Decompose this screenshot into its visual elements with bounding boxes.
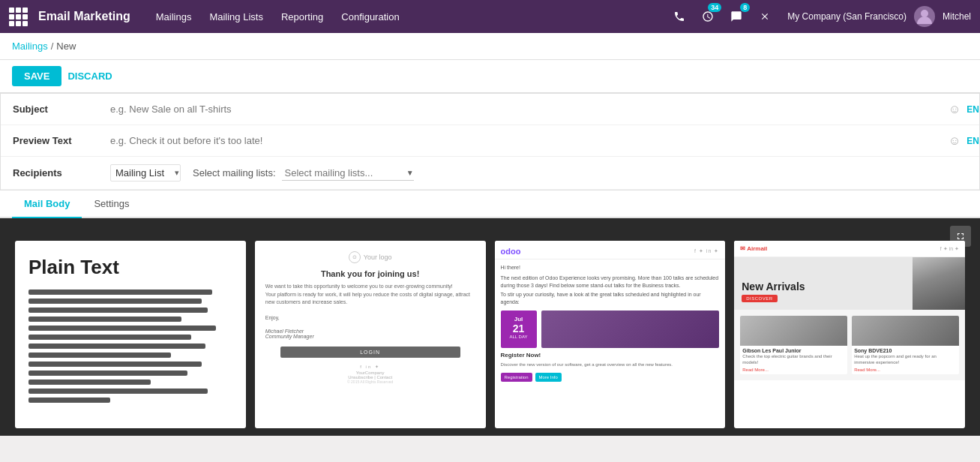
airmail-product-1-desc: Check the top electric guitar brands and… [742, 354, 845, 366]
mailing-lists-select-wrapper[interactable]: ▾ [282, 166, 414, 181]
airmail-product-1-link[interactable]: Read More... [742, 368, 845, 372]
topnav: Email Marketing Mailings Mailing Lists R… [0, 0, 980, 33]
text-line [28, 370, 187, 376]
template-airmail[interactable]: ✉ Airmail f ✦ in ✦ New Arrivals DISCOVER… [734, 241, 965, 428]
text-line [28, 344, 205, 349]
nav-mailings[interactable]: Mailings [148, 8, 199, 26]
preview-icons: ☺ EN [949, 134, 979, 148]
preview-emoji-icon[interactable]: ☺ [949, 134, 961, 148]
welcome-logo: ⊙ Your logo [265, 251, 475, 263]
airmail-product-1[interactable]: Gibson Les Paul Junior Check the top ele… [740, 316, 847, 374]
chat-badge: 8 [740, 3, 750, 12]
welcome-logo-circle: ⊙ [349, 251, 361, 263]
odoo-register-btn[interactable]: Registration [501, 373, 532, 382]
tabs-bar: Mail Body Settings [0, 190, 980, 218]
nav-reporting[interactable]: Reporting [274, 8, 331, 26]
airmail-logo: ✉ Airmail [740, 245, 767, 252]
airmail-product-1-name: Gibson Les Paul Junior [742, 348, 845, 353]
recipients-row: Recipients Mailing List Select mailing l… [1, 157, 979, 190]
template-gallery: Plain Text [0, 218, 980, 436]
preview-text-row: Preview Text ☺ EN [1, 125, 979, 157]
odoo-event-row: Jul 21 ALL DAY [501, 310, 720, 348]
subject-icons: ☺ EN [949, 103, 979, 116]
phone-icon[interactable] [669, 6, 690, 27]
airmail-product-1-image [740, 316, 847, 346]
text-line [28, 326, 216, 331]
airmail-product-2-name: Sony BDVE210 [854, 348, 957, 353]
airmail-discover-btn[interactable]: DISCOVER [742, 295, 777, 302]
text-line [28, 316, 181, 322]
template-grid: Plain Text [15, 241, 965, 428]
airmail-product-2-info: Sony BDVE210 Heat up the popcorn and get… [852, 346, 959, 374]
subject-input[interactable] [110, 104, 949, 115]
recipients-select[interactable]: Mailing List [110, 164, 181, 182]
welcome-footer-icons: f in ✦ [265, 364, 475, 369]
text-line [28, 298, 202, 304]
odoo-header: odoo f ✦ in ✦ [495, 241, 726, 260]
app-grid-icon[interactable] [9, 8, 28, 26]
recipients-label: Recipients [13, 167, 110, 178]
clock-badge: 34 [708, 3, 721, 12]
action-bar: SAVE DISCARD [0, 60, 980, 93]
breadcrumb-sep: / [51, 40, 54, 52]
breadcrumb-parent[interactable]: Mailings [12, 40, 48, 52]
subject-lang-btn[interactable]: EN [967, 104, 979, 115]
topnav-menu: Mailings Mailing Lists Reporting Configu… [148, 8, 670, 26]
text-line [28, 352, 171, 358]
odoo-social: f ✦ in ✦ [694, 248, 719, 254]
odoo-body: Hi there! The next edition of Odoo Exper… [495, 260, 726, 386]
template-plain-text[interactable]: Plain Text [15, 241, 246, 428]
preview-input[interactable] [110, 135, 949, 146]
clock-icon[interactable]: 34 [697, 6, 718, 27]
recipients-select-wrapper[interactable]: Mailing List [110, 164, 181, 182]
breadcrumb-current: New [56, 40, 76, 52]
text-line [28, 388, 208, 394]
welcome-sig: Michael FletcherCommunity Manager [265, 328, 475, 339]
airmail-product-2-image [852, 316, 959, 346]
text-line [28, 380, 151, 385]
welcome-title: Thank you for joining us! [265, 269, 475, 278]
discard-button[interactable]: DISCARD [67, 70, 112, 82]
save-button[interactable]: SAVE [12, 66, 61, 86]
text-line [28, 290, 212, 295]
airmail-hero: New Arrivals DISCOVER [734, 257, 965, 310]
close-icon[interactable] [754, 6, 775, 27]
airmail-social: f ✦ in ✦ [940, 246, 959, 252]
breadcrumb: Mailings / New [0, 33, 980, 60]
odoo-logo: odoo [501, 247, 521, 256]
mailing-lists-label: Select mailing lists: [193, 167, 276, 178]
plain-text-content: Plain Text [15, 241, 246, 418]
nav-configuration[interactable]: Configuration [334, 8, 406, 26]
odoo-register-btns: Registration More Info [501, 373, 720, 382]
nav-mailing-lists[interactable]: Mailing Lists [202, 8, 271, 26]
subject-row: Subject ☺ EN [1, 94, 979, 125]
topnav-actions: 34 8 My Company (San Francisco) Mitchel [669, 6, 971, 27]
text-line [28, 362, 202, 367]
airmail-products: Gibson Les Paul Junior Check the top ele… [734, 310, 965, 380]
form-section: Subject ☺ EN Preview Text ☺ EN Recipient… [0, 93, 980, 190]
tab-mail-body[interactable]: Mail Body [12, 190, 82, 218]
welcome-login-btn[interactable]: LOGIN [280, 346, 460, 358]
airmail-hero-image [913, 257, 965, 310]
subject-emoji-icon[interactable]: ☺ [949, 103, 961, 116]
airmail-hero-title: New Arrivals [742, 280, 805, 292]
odoo-register-section: Register Now! Discover the new version o… [501, 351, 720, 382]
tab-settings[interactable]: Settings [82, 190, 141, 218]
user-avatar[interactable] [914, 6, 935, 27]
chat-icon[interactable]: 8 [726, 6, 747, 27]
airmail-product-2[interactable]: Sony BDVE210 Heat up the popcorn and get… [852, 316, 959, 374]
airmail-header: ✉ Airmail f ✦ in ✦ [734, 241, 965, 257]
template-odoo-event[interactable]: odoo f ✦ in ✦ Hi there! The next edition… [495, 241, 726, 428]
plain-text-title: Plain Text [28, 256, 232, 279]
text-line [28, 334, 191, 340]
subject-label: Subject [13, 104, 110, 115]
mailing-lists-input[interactable] [282, 166, 414, 181]
odoo-event-image [541, 310, 720, 348]
text-line [28, 398, 110, 403]
airmail-hero-text: New Arrivals DISCOVER [742, 280, 805, 302]
preview-lang-btn[interactable]: EN [967, 136, 979, 146]
odoo-content: odoo f ✦ in ✦ Hi there! The next edition… [495, 241, 726, 386]
template-welcome[interactable]: ⊙ Your logo Thank you for joining us! We… [255, 241, 486, 428]
airmail-product-2-link[interactable]: Read More... [854, 368, 957, 372]
odoo-info-btn[interactable]: More Info [535, 373, 562, 382]
